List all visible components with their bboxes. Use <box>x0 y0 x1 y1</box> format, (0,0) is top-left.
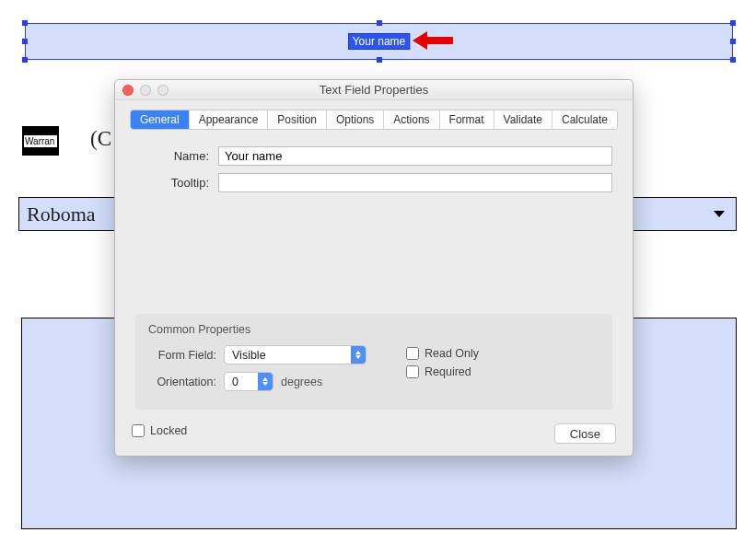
tab-position[interactable]: Position <box>268 110 327 129</box>
resize-handle[interactable] <box>22 39 28 44</box>
degrees-label: degrees <box>281 376 322 388</box>
required-checkbox-row[interactable]: Required <box>406 365 599 378</box>
orientation-select-value: 0 <box>225 376 258 388</box>
dialog-footer: Locked Close <box>115 417 633 456</box>
window-zoom-button <box>157 85 169 96</box>
read-only-checkbox[interactable] <box>406 347 419 360</box>
form-field-select[interactable]: Visible <box>224 345 366 365</box>
select-stepper-icon <box>258 373 273 390</box>
form-field-select-value: Visible <box>225 349 351 362</box>
close-button-label: Close <box>570 427 600 441</box>
general-panel: Name: Tooltip: Common Properties Form Fi… <box>115 130 633 417</box>
chevron-down-icon <box>714 211 725 217</box>
tab-bar: General Appearance Position Options Acti… <box>130 110 618 130</box>
common-properties-heading: Common Properties <box>148 323 599 336</box>
tab-options[interactable]: Options <box>327 110 384 129</box>
form-field-label: Form Field: <box>148 349 224 362</box>
resize-handle[interactable] <box>22 20 28 26</box>
dialog-title: Text Field Properties <box>115 83 633 97</box>
required-checkbox[interactable] <box>406 365 419 378</box>
resize-handle[interactable] <box>377 20 382 26</box>
name-input[interactable] <box>218 146 612 166</box>
text-field-properties-dialog: Text Field Properties General Appearance… <box>114 79 634 457</box>
close-button[interactable]: Close <box>554 423 616 444</box>
tab-validate[interactable]: Validate <box>494 110 552 129</box>
resize-handle[interactable] <box>730 39 736 44</box>
select-stepper-icon <box>351 346 366 364</box>
read-only-checkbox-row[interactable]: Read Only <box>406 347 599 360</box>
dropdown-field-value: Roboma <box>27 203 96 226</box>
required-label: Required <box>425 365 471 378</box>
tab-actions[interactable]: Actions <box>384 110 439 129</box>
locked-checkbox-row[interactable]: Locked <box>132 424 187 437</box>
orientation-label: Orientation: <box>148 376 224 388</box>
name-label: Name: <box>135 149 218 163</box>
locked-checkbox[interactable] <box>132 424 145 437</box>
tooltip-input[interactable] <box>218 173 612 192</box>
tooltip-label: Tooltip: <box>135 176 218 190</box>
paren-c-text: (C <box>90 127 111 151</box>
resize-handle[interactable] <box>730 57 736 63</box>
orientation-select[interactable]: 0 <box>224 372 273 391</box>
locked-label: Locked <box>150 424 187 437</box>
selected-text-field[interactable]: Your name <box>25 23 733 60</box>
resize-handle[interactable] <box>22 57 28 63</box>
window-close-button[interactable] <box>122 85 134 96</box>
warran-text: Warran <box>24 135 57 147</box>
tab-general[interactable]: General <box>131 110 190 129</box>
tab-format[interactable]: Format <box>440 110 494 129</box>
warran-field[interactable]: Warran <box>22 126 59 156</box>
window-minimize-button <box>140 85 151 96</box>
selected-field-label: Your name <box>348 33 411 50</box>
read-only-label: Read Only <box>425 347 479 360</box>
dialog-titlebar[interactable]: Text Field Properties <box>115 80 633 100</box>
tab-calculate[interactable]: Calculate <box>552 110 617 129</box>
tab-appearance[interactable]: Appearance <box>190 110 269 129</box>
resize-handle[interactable] <box>730 20 736 26</box>
resize-handle[interactable] <box>377 57 382 63</box>
common-properties-section: Common Properties Form Field: Visible Or… <box>135 314 612 410</box>
